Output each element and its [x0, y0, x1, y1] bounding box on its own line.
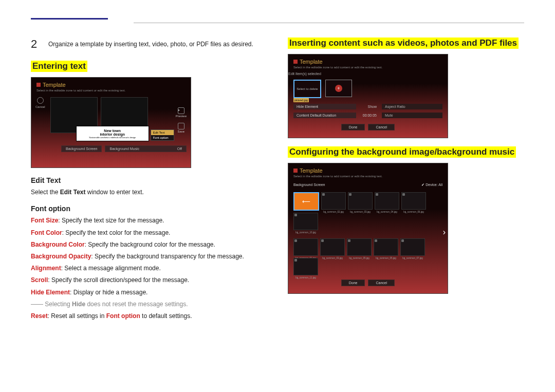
done-button[interactable]: Done: [341, 124, 365, 130]
prop-hide-value: Show: [359, 105, 379, 108]
content-slot-add[interactable]: +: [325, 80, 352, 97]
done-button[interactable]: Done: [341, 279, 365, 286]
opt-hide: Hide Element: Display or hide a message.: [31, 288, 267, 297]
template-title: Template: [43, 82, 66, 88]
thumbnail[interactable]: bg_common_05.jpg: [347, 238, 372, 256]
opt-bg-opacity: Background Opacity: Specify the backgrou…: [31, 252, 267, 262]
cancel-icon[interactable]: [37, 97, 44, 104]
step-2: 2 Organize a template by inserting text,…: [31, 38, 267, 51]
bg-screen-label: Background Screen: [293, 183, 325, 187]
opt-alignment: Alignment: Select a message alignment mo…: [31, 264, 267, 273]
folder-up[interactable]: ⟵: [293, 192, 319, 211]
bg-music-button[interactable]: Background MusicOff: [105, 145, 187, 152]
heading-configuring: Configuring the background image/backgro…: [288, 146, 524, 158]
edit-text-desc: Select the Edit Text window to enter tex…: [31, 188, 267, 197]
menu-font-option[interactable]: Font option: [151, 135, 174, 140]
section-accent: [31, 18, 108, 20]
prop-cdd-value: 00:00:05: [359, 114, 379, 117]
add-icon[interactable]: +: [335, 85, 342, 92]
template-app-icon: [293, 60, 298, 64]
device-label[interactable]: ✓ Device: All: [421, 183, 442, 187]
thumbnail[interactable]: bg_common_05.jpg: [374, 238, 398, 256]
cancel-button[interactable]: Cancel: [368, 124, 395, 130]
heading-entering-text: Entering text: [31, 61, 267, 72]
items-selected: Item(s) selected: [295, 72, 321, 76]
step-text: Organize a template by inserting text, v…: [48, 40, 253, 49]
edit-label[interactable]: Edit: [288, 72, 294, 76]
content-zone-2[interactable]: New town interior design Sustainable aes…: [101, 97, 148, 133]
folder-back-icon: ⟵: [302, 198, 310, 205]
heading-inserting: Inserting content such as videos, photos…: [288, 38, 524, 49]
horizontal-rule: [134, 23, 524, 23]
template-app-icon: [36, 83, 41, 87]
chevron-right-icon[interactable]: ›: [443, 228, 446, 237]
context-menu: Edit Text Font option: [151, 129, 174, 141]
hide-note: ―― Selecting Hide does not reset the mes…: [31, 300, 267, 309]
thumbnail-grid: ⟵ bg_common_02.jpg bg_common_03.jpg bg_c…: [288, 189, 448, 275]
bg-screen-button[interactable]: Background Screen: [61, 145, 102, 152]
template-subtitle: Select in the editable zone to add conte…: [288, 66, 448, 72]
screenshot-template-background: Template Select in the editable zone to …: [288, 163, 448, 294]
template-subtitle: Select in the editable zone to add conte…: [288, 175, 448, 181]
opt-scroll: Scroll: Specify the scroll direction/spe…: [31, 275, 267, 285]
template-title: Template: [300, 59, 323, 65]
slot-filename: picture1.jpg: [293, 98, 309, 102]
thumbnail[interactable]: bg_common_03.jpg: [348, 192, 373, 210]
thumbnail[interactable]: bg_common_11.jpg: [293, 258, 318, 275]
prop-hide-element[interactable]: Hide Element: [293, 104, 356, 109]
thumbnail[interactable]: bg_common_06.jpg: [401, 192, 426, 210]
content-slot-selected[interactable]: Select to delete: [293, 80, 321, 98]
prop-cdd[interactable]: Content Default Duration: [293, 113, 356, 118]
opt-font-color: Font Color: Specify the text color for t…: [31, 228, 267, 238]
opt-font-size: Font Size: Specify the text size for the…: [31, 216, 267, 226]
template-title: Template: [300, 167, 323, 174]
screenshot-template-insert-content: Template Select in the editable zone to …: [288, 54, 448, 138]
thumbnail[interactable]: bg_common_02.jpg: [321, 192, 346, 210]
cancel-button[interactable]: Cancel: [368, 279, 395, 286]
prop-mute[interactable]: Mute: [382, 113, 442, 118]
thumbnail[interactable]: bg_common_07.jpg: [400, 238, 425, 256]
menu-edit-text[interactable]: Edit Text: [151, 130, 174, 135]
preview-icon[interactable]: ▸: [178, 107, 184, 114]
step-number: 2: [31, 38, 40, 51]
text-entry-box[interactable]: New town interior design Sustainable aes…: [77, 126, 149, 141]
heading-edit-text: Edit Text: [31, 176, 267, 184]
thumbnail[interactable]: bg_common_01.jpg: [293, 238, 318, 256]
thumbnail[interactable]: bg_common_03.jpg: [320, 238, 345, 256]
screenshot-template-edit-text: Template Select in the editable zone to …: [31, 77, 191, 168]
template-app-icon: [293, 169, 298, 173]
template-subtitle: Select in the editable zone to add conte…: [31, 89, 191, 95]
prop-aspect-ratio[interactable]: Aspect Ratio: [382, 104, 442, 109]
thumbnail[interactable]: bg_common_10.jpg: [293, 213, 318, 230]
cancel-label: Cancel: [35, 105, 45, 108]
thumbnail[interactable]: bg_common_04.jpg: [375, 192, 399, 210]
heading-font-option: Font option: [31, 204, 267, 213]
opt-bg-color: Background Color: Specify the background…: [31, 240, 267, 250]
save-icon[interactable]: [178, 123, 184, 129]
opt-reset: Reset: Reset all settings in Font option…: [31, 311, 267, 321]
